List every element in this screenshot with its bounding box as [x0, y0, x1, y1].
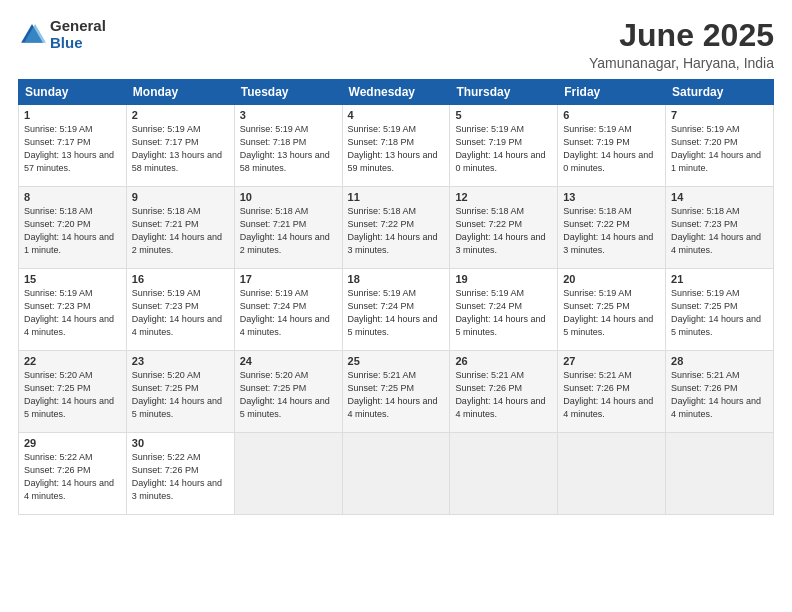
calendar-cell: 10Sunrise: 5:18 AMSunset: 7:21 PMDayligh… — [234, 187, 342, 269]
day-number: 8 — [24, 191, 121, 203]
cell-details: Sunrise: 5:18 AMSunset: 7:21 PMDaylight:… — [240, 205, 337, 257]
calendar-cell: 1Sunrise: 5:19 AMSunset: 7:17 PMDaylight… — [19, 105, 127, 187]
calendar-week-row: 22Sunrise: 5:20 AMSunset: 7:25 PMDayligh… — [19, 351, 774, 433]
cell-details: Sunrise: 5:19 AMSunset: 7:24 PMDaylight:… — [455, 287, 552, 339]
day-number: 13 — [563, 191, 660, 203]
day-number: 29 — [24, 437, 121, 449]
calendar-cell — [234, 433, 342, 515]
calendar-cell: 26Sunrise: 5:21 AMSunset: 7:26 PMDayligh… — [450, 351, 558, 433]
calendar-cell — [666, 433, 774, 515]
calendar-cell: 19Sunrise: 5:19 AMSunset: 7:24 PMDayligh… — [450, 269, 558, 351]
day-number: 7 — [671, 109, 768, 121]
cell-details: Sunrise: 5:19 AMSunset: 7:17 PMDaylight:… — [24, 123, 121, 175]
header: General Blue June 2025 Yamunanagar, Hary… — [18, 18, 774, 71]
calendar-cell: 29Sunrise: 5:22 AMSunset: 7:26 PMDayligh… — [19, 433, 127, 515]
cell-details: Sunrise: 5:18 AMSunset: 7:20 PMDaylight:… — [24, 205, 121, 257]
day-number: 23 — [132, 355, 229, 367]
cell-details: Sunrise: 5:22 AMSunset: 7:26 PMDaylight:… — [132, 451, 229, 503]
day-number: 27 — [563, 355, 660, 367]
calendar-cell: 7Sunrise: 5:19 AMSunset: 7:20 PMDaylight… — [666, 105, 774, 187]
day-number: 17 — [240, 273, 337, 285]
weekday-row: SundayMondayTuesdayWednesdayThursdayFrid… — [19, 80, 774, 105]
day-number: 12 — [455, 191, 552, 203]
cell-details: Sunrise: 5:18 AMSunset: 7:22 PMDaylight:… — [348, 205, 445, 257]
cell-details: Sunrise: 5:18 AMSunset: 7:22 PMDaylight:… — [455, 205, 552, 257]
calendar-cell: 3Sunrise: 5:19 AMSunset: 7:18 PMDaylight… — [234, 105, 342, 187]
day-number: 4 — [348, 109, 445, 121]
calendar-cell: 18Sunrise: 5:19 AMSunset: 7:24 PMDayligh… — [342, 269, 450, 351]
calendar-cell: 28Sunrise: 5:21 AMSunset: 7:26 PMDayligh… — [666, 351, 774, 433]
calendar-cell: 21Sunrise: 5:19 AMSunset: 7:25 PMDayligh… — [666, 269, 774, 351]
cell-details: Sunrise: 5:19 AMSunset: 7:18 PMDaylight:… — [348, 123, 445, 175]
cell-details: Sunrise: 5:21 AMSunset: 7:25 PMDaylight:… — [348, 369, 445, 421]
calendar-cell: 9Sunrise: 5:18 AMSunset: 7:21 PMDaylight… — [126, 187, 234, 269]
calendar-cell: 11Sunrise: 5:18 AMSunset: 7:22 PMDayligh… — [342, 187, 450, 269]
day-number: 21 — [671, 273, 768, 285]
weekday-header: Friday — [558, 80, 666, 105]
cell-details: Sunrise: 5:19 AMSunset: 7:24 PMDaylight:… — [240, 287, 337, 339]
calendar-header: SundayMondayTuesdayWednesdayThursdayFrid… — [19, 80, 774, 105]
calendar-cell: 6Sunrise: 5:19 AMSunset: 7:19 PMDaylight… — [558, 105, 666, 187]
calendar-week-row: 29Sunrise: 5:22 AMSunset: 7:26 PMDayligh… — [19, 433, 774, 515]
cell-details: Sunrise: 5:18 AMSunset: 7:23 PMDaylight:… — [671, 205, 768, 257]
calendar-cell — [450, 433, 558, 515]
page: General Blue June 2025 Yamunanagar, Hary… — [0, 0, 792, 612]
day-number: 18 — [348, 273, 445, 285]
cell-details: Sunrise: 5:20 AMSunset: 7:25 PMDaylight:… — [24, 369, 121, 421]
calendar-cell: 27Sunrise: 5:21 AMSunset: 7:26 PMDayligh… — [558, 351, 666, 433]
weekday-header: Sunday — [19, 80, 127, 105]
cell-details: Sunrise: 5:21 AMSunset: 7:26 PMDaylight:… — [671, 369, 768, 421]
cell-details: Sunrise: 5:19 AMSunset: 7:23 PMDaylight:… — [24, 287, 121, 339]
calendar-cell: 30Sunrise: 5:22 AMSunset: 7:26 PMDayligh… — [126, 433, 234, 515]
weekday-header: Wednesday — [342, 80, 450, 105]
day-number: 26 — [455, 355, 552, 367]
cell-details: Sunrise: 5:19 AMSunset: 7:23 PMDaylight:… — [132, 287, 229, 339]
calendar-cell: 22Sunrise: 5:20 AMSunset: 7:25 PMDayligh… — [19, 351, 127, 433]
calendar-cell: 14Sunrise: 5:18 AMSunset: 7:23 PMDayligh… — [666, 187, 774, 269]
calendar-cell: 25Sunrise: 5:21 AMSunset: 7:25 PMDayligh… — [342, 351, 450, 433]
cell-details: Sunrise: 5:20 AMSunset: 7:25 PMDaylight:… — [132, 369, 229, 421]
calendar-cell: 4Sunrise: 5:19 AMSunset: 7:18 PMDaylight… — [342, 105, 450, 187]
cell-details: Sunrise: 5:21 AMSunset: 7:26 PMDaylight:… — [563, 369, 660, 421]
day-number: 30 — [132, 437, 229, 449]
calendar-cell: 2Sunrise: 5:19 AMSunset: 7:17 PMDaylight… — [126, 105, 234, 187]
day-number: 6 — [563, 109, 660, 121]
day-number: 10 — [240, 191, 337, 203]
day-number: 9 — [132, 191, 229, 203]
calendar-body: 1Sunrise: 5:19 AMSunset: 7:17 PMDaylight… — [19, 105, 774, 515]
calendar-week-row: 8Sunrise: 5:18 AMSunset: 7:20 PMDaylight… — [19, 187, 774, 269]
cell-details: Sunrise: 5:19 AMSunset: 7:25 PMDaylight:… — [563, 287, 660, 339]
location: Yamunanagar, Haryana, India — [589, 55, 774, 71]
calendar-cell: 5Sunrise: 5:19 AMSunset: 7:19 PMDaylight… — [450, 105, 558, 187]
calendar-cell: 24Sunrise: 5:20 AMSunset: 7:25 PMDayligh… — [234, 351, 342, 433]
calendar-cell: 17Sunrise: 5:19 AMSunset: 7:24 PMDayligh… — [234, 269, 342, 351]
weekday-header: Tuesday — [234, 80, 342, 105]
cell-details: Sunrise: 5:21 AMSunset: 7:26 PMDaylight:… — [455, 369, 552, 421]
calendar-cell: 13Sunrise: 5:18 AMSunset: 7:22 PMDayligh… — [558, 187, 666, 269]
day-number: 15 — [24, 273, 121, 285]
day-number: 11 — [348, 191, 445, 203]
calendar-cell: 23Sunrise: 5:20 AMSunset: 7:25 PMDayligh… — [126, 351, 234, 433]
cell-details: Sunrise: 5:19 AMSunset: 7:17 PMDaylight:… — [132, 123, 229, 175]
logo-icon — [18, 21, 46, 49]
calendar-cell — [342, 433, 450, 515]
cell-details: Sunrise: 5:18 AMSunset: 7:22 PMDaylight:… — [563, 205, 660, 257]
calendar-cell: 20Sunrise: 5:19 AMSunset: 7:25 PMDayligh… — [558, 269, 666, 351]
day-number: 19 — [455, 273, 552, 285]
logo-blue: Blue — [50, 35, 106, 52]
weekday-header: Thursday — [450, 80, 558, 105]
cell-details: Sunrise: 5:19 AMSunset: 7:20 PMDaylight:… — [671, 123, 768, 175]
day-number: 22 — [24, 355, 121, 367]
cell-details: Sunrise: 5:20 AMSunset: 7:25 PMDaylight:… — [240, 369, 337, 421]
calendar-table: SundayMondayTuesdayWednesdayThursdayFrid… — [18, 79, 774, 515]
logo: General Blue — [18, 18, 106, 51]
logo-general: General — [50, 18, 106, 35]
day-number: 16 — [132, 273, 229, 285]
day-number: 24 — [240, 355, 337, 367]
day-number: 28 — [671, 355, 768, 367]
weekday-header: Saturday — [666, 80, 774, 105]
month-title: June 2025 — [589, 18, 774, 53]
calendar-cell: 8Sunrise: 5:18 AMSunset: 7:20 PMDaylight… — [19, 187, 127, 269]
cell-details: Sunrise: 5:19 AMSunset: 7:19 PMDaylight:… — [455, 123, 552, 175]
cell-details: Sunrise: 5:19 AMSunset: 7:19 PMDaylight:… — [563, 123, 660, 175]
